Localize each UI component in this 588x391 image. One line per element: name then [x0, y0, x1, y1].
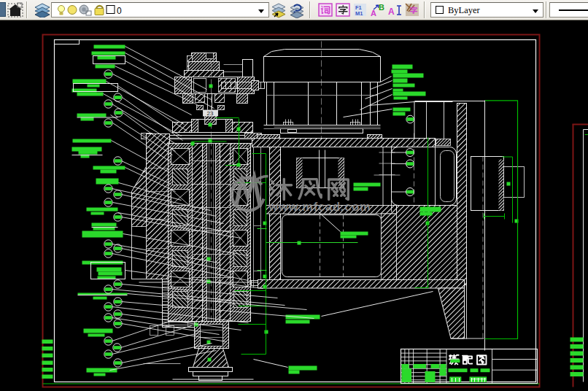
- svg-text:www.mfcad.com: www.mfcad.com: [268, 200, 371, 213]
- svg-text:A: A: [388, 7, 395, 17]
- svg-text:M1: M1: [355, 10, 363, 17]
- svg-text:A: A: [371, 9, 376, 18]
- svg-text:B: B: [379, 3, 384, 12]
